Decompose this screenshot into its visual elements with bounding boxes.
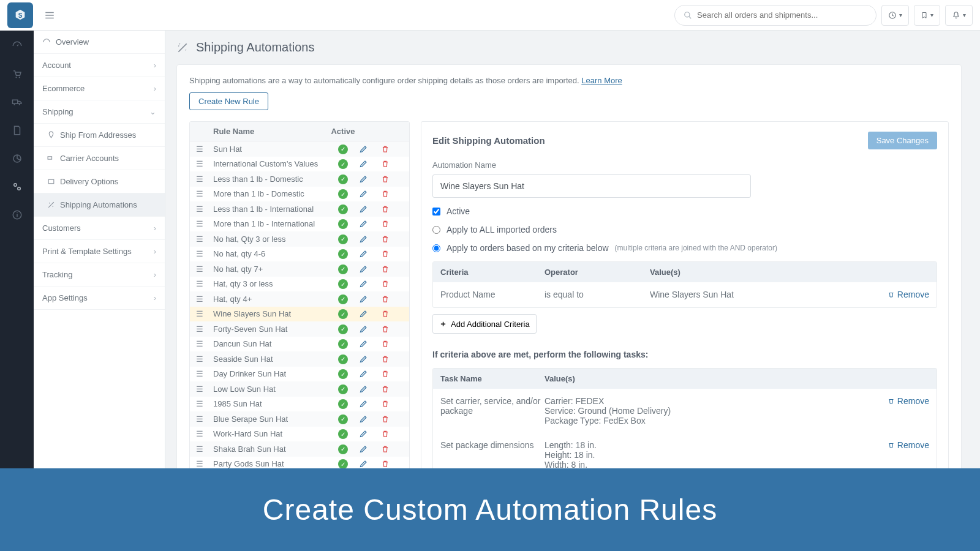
remove-task-button[interactable]: Remove	[888, 396, 929, 406]
rule-row[interactable]: ☰ Work-Hard Sun Hat ✓	[190, 427, 409, 442]
edit-rule-button[interactable]	[359, 354, 381, 364]
drag-handle-icon[interactable]: ☰	[196, 279, 213, 288]
edit-rule-button[interactable]	[359, 309, 381, 318]
rail-document-icon[interactable]	[10, 124, 24, 137]
rule-row[interactable]: ☰ Less than 1 lb - International ✓	[190, 201, 409, 217]
rule-row[interactable]: ☰ Forty-Seven Sun Hat ✓	[190, 321, 409, 337]
rule-row[interactable]: ☰ Less than 1 lb - Domestic ✓	[190, 171, 409, 187]
delete-rule-button[interactable]	[381, 354, 403, 364]
edit-rule-button[interactable]	[359, 459, 381, 468]
create-rule-button[interactable]: Create New Rule	[189, 92, 268, 110]
delete-rule-button[interactable]	[381, 234, 403, 244]
edit-rule-button[interactable]	[359, 414, 381, 424]
edit-rule-button[interactable]	[359, 444, 381, 454]
delete-rule-button[interactable]	[381, 369, 403, 378]
rule-row[interactable]: ☰ Shaka Brah Sun Hat ✓	[190, 441, 409, 457]
rail-settings-icon[interactable]	[10, 180, 24, 193]
rule-row[interactable]: ☰ More than 1 lb - International ✓	[190, 217, 409, 232]
delete-rule-button[interactable]	[381, 324, 403, 334]
drag-handle-icon[interactable]: ☰	[196, 459, 213, 468]
edit-rule-button[interactable]	[359, 429, 381, 438]
delete-rule-button[interactable]	[381, 429, 403, 438]
learn-more-link[interactable]: Learn More	[581, 76, 622, 85]
drag-handle-icon[interactable]: ☰	[196, 204, 213, 214]
drag-handle-icon[interactable]: ☰	[196, 159, 213, 168]
rule-row[interactable]: ☰ No hat, qty 7+ ✓	[190, 261, 409, 277]
sidebar-print-template[interactable]: Print & Template Settings›	[34, 240, 165, 263]
drag-handle-icon[interactable]: ☰	[196, 249, 213, 258]
rule-row[interactable]: ☰ Hat, qty 3 or less ✓	[190, 277, 409, 292]
edit-rule-button[interactable]	[359, 324, 381, 334]
rule-row[interactable]: ☰ Dancun Sun Hat ✓	[190, 337, 409, 352]
drag-handle-icon[interactable]: ☰	[196, 339, 213, 348]
sidebar-ship-from[interactable]: Ship From Addresses	[34, 124, 165, 147]
edit-rule-button[interactable]	[359, 369, 381, 378]
sidebar-shipping[interactable]: Shipping⌄	[34, 100, 165, 124]
app-logo[interactable]: S	[7, 2, 33, 28]
edit-rule-button[interactable]	[359, 339, 381, 348]
drag-handle-icon[interactable]: ☰	[196, 399, 213, 408]
delete-rule-button[interactable]	[381, 459, 403, 468]
sidebar-shipping-automations[interactable]: Shipping Automations	[34, 193, 165, 217]
sidebar-overview[interactable]: Overview	[34, 31, 165, 54]
delete-rule-button[interactable]	[381, 414, 403, 424]
delete-rule-button[interactable]	[381, 159, 403, 168]
edit-rule-button[interactable]	[359, 189, 381, 198]
drag-handle-icon[interactable]: ☰	[196, 369, 213, 378]
rail-info-icon[interactable]	[10, 208, 24, 222]
sidebar-account[interactable]: Account›	[34, 54, 165, 77]
delete-rule-button[interactable]	[381, 219, 403, 228]
bookmark-button[interactable]: ▾	[914, 5, 940, 26]
rail-cart-icon[interactable]	[10, 67, 24, 81]
apply-criteria-radio[interactable]	[432, 244, 440, 252]
rule-row[interactable]: ☰ No hat, Qty 3 or less ✓	[190, 231, 409, 247]
delete-rule-button[interactable]	[381, 204, 403, 214]
delete-rule-button[interactable]	[381, 444, 403, 454]
rail-dashboard-icon[interactable]	[10, 39, 24, 53]
rule-row[interactable]: ☰ Wine Slayers Sun Hat ✓	[190, 307, 409, 322]
drag-handle-icon[interactable]: ☰	[196, 354, 213, 364]
drag-handle-icon[interactable]: ☰	[196, 234, 213, 244]
rule-row[interactable]: ☰ 1985 Sun Hat ✓	[190, 397, 409, 412]
delete-rule-button[interactable]	[381, 399, 403, 408]
sidebar-app-settings[interactable]: App Settings›	[34, 287, 165, 310]
automation-name-input[interactable]	[432, 174, 751, 198]
edit-rule-button[interactable]	[359, 399, 381, 408]
save-changes-button[interactable]: Save Changes	[868, 132, 937, 149]
edit-rule-button[interactable]	[359, 249, 381, 258]
delete-rule-button[interactable]	[381, 294, 403, 304]
rail-truck-icon[interactable]	[10, 96, 24, 109]
delete-rule-button[interactable]	[381, 339, 403, 348]
drag-handle-icon[interactable]: ☰	[196, 324, 213, 334]
drag-handle-icon[interactable]: ☰	[196, 264, 213, 274]
edit-rule-button[interactable]	[359, 234, 381, 244]
edit-rule-button[interactable]	[359, 159, 381, 168]
rule-row[interactable]: ☰ Sun Hat ✓	[190, 141, 409, 157]
rule-row[interactable]: ☰ Day Drinker Sun Hat ✓	[190, 367, 409, 382]
search-input[interactable]	[697, 10, 867, 20]
delete-rule-button[interactable]	[381, 249, 403, 258]
edit-rule-button[interactable]	[359, 384, 381, 394]
sidebar-carrier-accounts[interactable]: Carrier Accounts	[34, 147, 165, 170]
rule-row[interactable]: ☰ International Custom's Values ✓	[190, 157, 409, 172]
rule-row[interactable]: ☰ More than 1 lb - Domestic ✓	[190, 187, 409, 202]
remove-criteria-button[interactable]: Remove	[888, 290, 929, 299]
drag-handle-icon[interactable]: ☰	[196, 414, 213, 424]
rule-row[interactable]: ☰ Low Low Sun Hat ✓	[190, 381, 409, 397]
edit-rule-button[interactable]	[359, 279, 381, 288]
delete-rule-button[interactable]	[381, 384, 403, 394]
drag-handle-icon[interactable]: ☰	[196, 294, 213, 304]
global-search[interactable]	[674, 5, 876, 26]
delete-rule-button[interactable]	[381, 174, 403, 184]
sidebar-delivery-options[interactable]: Delivery Options	[34, 170, 165, 193]
drag-handle-icon[interactable]: ☰	[196, 384, 213, 394]
edit-rule-button[interactable]	[359, 174, 381, 184]
delete-rule-button[interactable]	[381, 144, 403, 154]
drag-handle-icon[interactable]: ☰	[196, 444, 213, 454]
activity-button[interactable]: ▾	[881, 5, 909, 26]
delete-rule-button[interactable]	[381, 309, 403, 318]
edit-rule-button[interactable]	[359, 294, 381, 304]
menu-toggle-icon[interactable]	[44, 10, 55, 21]
apply-all-radio[interactable]	[432, 226, 440, 234]
rule-row[interactable]: ☰ No hat, qty 4-6 ✓	[190, 247, 409, 262]
